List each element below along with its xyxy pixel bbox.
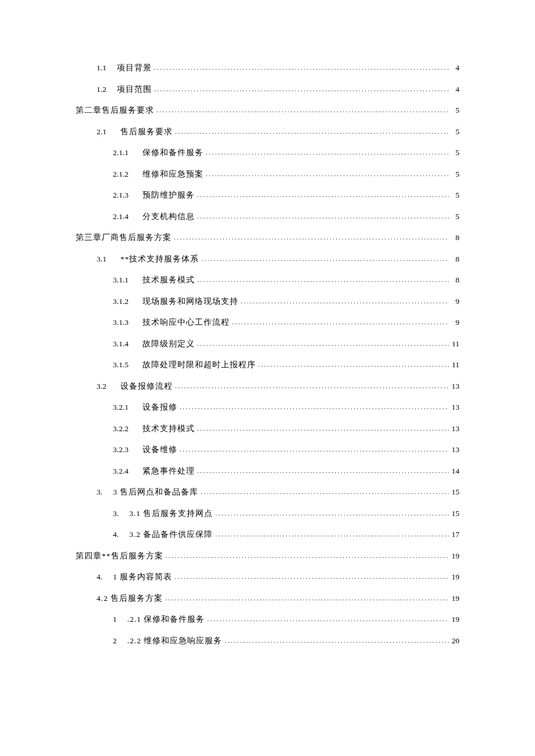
toc-leader-dots <box>175 128 449 135</box>
toc-entry-title: **技术支持服务体系 <box>120 255 199 263</box>
toc-entry: 4.1 服务内容简表19 <box>76 573 459 581</box>
toc-entry-number: 3.1.4 <box>113 340 129 348</box>
toc-entry-number: 1.2 <box>97 85 106 94</box>
toc-leader-dots <box>180 404 449 410</box>
toc-entry-title: 项目背景 <box>117 64 152 72</box>
toc-entry-title: 维修和应急预案 <box>142 170 204 178</box>
table-of-contents: 1.1项目背景41.2项目范围4第二章售后服务要求52.1售后服务要求52.1.… <box>76 64 459 644</box>
toc-entry: 3.2设备报修流程13 <box>76 382 459 390</box>
toc-entry: 3.2.1设备报修13 <box>76 403 459 411</box>
toc-entry-number: 3.1.5 <box>113 361 129 369</box>
toc-entry-page: 13 <box>450 403 459 411</box>
toc-entry-page: 5 <box>450 170 459 178</box>
toc-leader-dots <box>197 468 449 474</box>
toc-entry-number: 3.2.2 <box>113 425 129 433</box>
toc-leader-dots <box>232 319 449 325</box>
toc-entry: 第三章厂商售后服务方案8 <box>76 234 459 242</box>
toc-leader-dots <box>201 256 449 262</box>
toc-entry-page: 13 <box>450 425 459 433</box>
toc-entry-page: 11 <box>450 340 459 348</box>
toc-entry-number: 1 <box>113 615 117 624</box>
toc-leader-dots <box>165 595 449 601</box>
toc-entry-number: 3.1 <box>97 255 106 263</box>
toc-entry: 3.1.5故障处理时限和超时上报程序11 <box>76 361 459 369</box>
toc-leader-dots <box>197 192 449 198</box>
toc-entry: 3.1.4故障级别定义11 <box>76 340 459 348</box>
toc-entry: 4.2 售后服务方案19 <box>76 594 459 603</box>
toc-entry-title: 1 服务内容简表 <box>113 573 172 581</box>
toc-entry-title: 第四章**售后服务方案 <box>76 552 163 560</box>
toc-entry-title: 紧急事件处理 <box>142 467 195 475</box>
toc-entry-number: 1.1 <box>97 64 106 72</box>
toc-entry-number: 4. <box>97 573 102 581</box>
toc-leader-dots <box>154 65 449 71</box>
toc-entry-number: 3.2.3 <box>113 446 129 454</box>
toc-entry: 3.3.1 售后服务支持网点15 <box>76 510 459 518</box>
toc-entry-page: 4 <box>450 85 459 94</box>
toc-entry-title: 技术响应中心工作流程 <box>142 318 230 327</box>
toc-entry-title: 设备报修流程 <box>120 382 173 390</box>
toc-leader-dots <box>215 510 449 517</box>
toc-entry-title: 第三章厂商售后服务方案 <box>76 234 172 242</box>
toc-entry-number: 2 <box>113 637 117 645</box>
toc-entry: 2.1售后服务要求5 <box>76 128 459 136</box>
toc-entry-number: 3.2.1 <box>113 403 129 411</box>
toc-entry-number: 2.1.3 <box>113 191 129 199</box>
toc-entry-page: 5 <box>450 149 459 157</box>
toc-entry-title: .2.2 维修和应急响应服务 <box>127 637 223 645</box>
toc-entry: 3.1.2现场服务和网络现场支持9 <box>76 298 459 306</box>
toc-leader-dots <box>206 171 449 177</box>
toc-leader-dots <box>224 637 449 644</box>
toc-entry-number: 3.1.2 <box>113 298 129 306</box>
toc-leader-dots <box>175 383 449 389</box>
toc-entry: 第二章售后服务要求5 <box>76 106 459 114</box>
toc-entry: 3.1**技术支持服务体系8 <box>76 255 459 263</box>
toc-entry: 2.1.3预防维护服务5 <box>76 191 459 199</box>
toc-entry-page: 15 <box>450 510 459 518</box>
toc-leader-dots <box>197 277 449 283</box>
toc-entry: 2.1.4分支机构信息5 <box>76 213 459 221</box>
toc-entry: 1.2.1 保修和备件服务19 <box>76 615 459 624</box>
toc-entry-number: 2.1.1 <box>113 149 129 157</box>
toc-entry-title: 现场服务和网络现场支持 <box>142 298 238 306</box>
toc-entry-title: 4.2 售后服务方案 <box>97 594 163 603</box>
toc-entry-number: 3.2.4 <box>113 467 129 475</box>
toc-entry: 2.1.2维修和应急预案5 <box>76 170 459 178</box>
toc-entry-number: 2.1 <box>97 128 106 136</box>
toc-leader-dots <box>197 213 449 220</box>
toc-entry-page: 19 <box>450 615 459 624</box>
toc-entry-number: 3. <box>113 510 119 518</box>
toc-entry: 3.2.4紧急事件处理14 <box>76 467 459 475</box>
toc-leader-dots <box>156 107 449 113</box>
toc-entry: 3.1.1技术服务模式8 <box>76 276 459 284</box>
toc-leader-dots <box>241 298 449 304</box>
toc-entry-title: 3.2 备品备件供应保障 <box>129 531 213 539</box>
toc-entry-page: 19 <box>450 552 459 560</box>
toc-entry-page: 8 <box>450 234 459 242</box>
toc-entry: 3.2.2技术支持模式13 <box>76 425 459 433</box>
toc-entry: 2.1.1保修和备件服务5 <box>76 149 459 157</box>
toc-leader-dots <box>180 446 449 453</box>
toc-entry: 1.2项目范围4 <box>76 85 459 94</box>
toc-entry-title: 保修和备件服务 <box>142 149 204 157</box>
toc-entry-title: 3.1 售后服务支持网点 <box>129 510 213 518</box>
toc-leader-dots <box>197 341 449 347</box>
document-page: 1.1项目背景41.2项目范围4第二章售后服务要求52.1售后服务要求52.1.… <box>0 0 535 756</box>
toc-entry-title: 分支机构信息 <box>142 213 195 221</box>
toc-entry-page: 8 <box>450 276 459 284</box>
toc-entry-title: 预防维护服务 <box>142 191 195 199</box>
toc-entry-page: 11 <box>450 361 459 369</box>
toc-entry-page: 20 <box>450 637 459 645</box>
toc-entry-page: 9 <box>450 298 459 306</box>
toc-entry-number: 3. <box>97 488 102 496</box>
toc-entry-title: 3 售后网点和备品备库 <box>113 488 198 496</box>
toc-entry: 3.3 售后网点和备品备库15 <box>76 488 459 496</box>
toc-entry-page: 8 <box>450 255 459 263</box>
toc-entry-number: 4. <box>113 531 119 539</box>
toc-leader-dots <box>258 361 449 368</box>
toc-entry-page: 13 <box>450 382 459 390</box>
toc-entry: 4.3.2 备品备件供应保障17 <box>76 531 459 539</box>
toc-entry-page: 5 <box>450 191 459 199</box>
toc-entry-page: 14 <box>450 467 459 475</box>
toc-entry-number: 3.1.1 <box>113 276 129 284</box>
